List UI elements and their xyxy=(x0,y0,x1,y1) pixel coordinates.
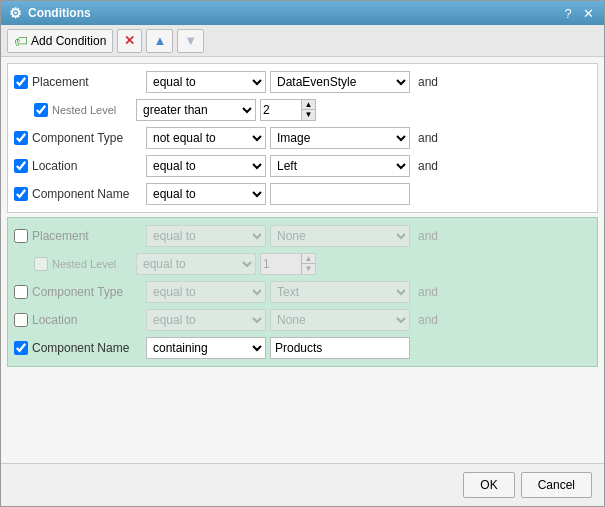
component-type1-and: and xyxy=(418,131,438,145)
location2-row: Location equal to None and xyxy=(14,308,591,332)
component-name2-label: Component Name xyxy=(32,341,142,355)
placement1-label: Placement xyxy=(32,75,142,89)
component-name2-row: Component Name equal to not equal to con… xyxy=(14,336,591,360)
location1-row: Location equal to not equal to Left Righ… xyxy=(14,154,591,178)
spinner-btns: ▲ ▼ xyxy=(301,100,315,120)
delete-condition-button[interactable]: ✕ xyxy=(117,29,142,53)
component-type2-value: Text xyxy=(270,281,410,303)
component-type1-row: Component Type equal to not equal to con… xyxy=(14,126,591,150)
placement2-label: Placement xyxy=(32,229,142,243)
placement2-operator: equal to xyxy=(146,225,266,247)
component-type2-and: and xyxy=(418,285,438,299)
placement2-value: None xyxy=(270,225,410,247)
component-name2-checkbox[interactable] xyxy=(14,341,28,355)
placement1-row: Placement equal to not equal to containi… xyxy=(14,70,591,94)
location2-checkbox[interactable] xyxy=(14,313,28,327)
location2-operator: equal to xyxy=(146,309,266,331)
component-type2-operator: equal to xyxy=(146,281,266,303)
nested-level1-operator[interactable]: equal to not equal to greater than less … xyxy=(136,99,256,121)
component-type1-checkbox[interactable] xyxy=(14,131,28,145)
cancel-button[interactable]: Cancel xyxy=(521,472,592,498)
component-type1-label: Component Type xyxy=(32,131,142,145)
add-icon: 🏷 xyxy=(14,33,28,49)
location1-value[interactable]: Left Right None xyxy=(270,155,410,177)
up-arrow-icon: ▲ xyxy=(153,33,166,48)
component-name2-value[interactable] xyxy=(270,337,410,359)
spinner-up2: ▲ xyxy=(301,254,315,264)
location2-value: None xyxy=(270,309,410,331)
condition-group-1: Placement equal to not equal to containi… xyxy=(7,63,598,213)
nested-level2-label: Nested Level xyxy=(52,258,132,270)
conditions-dialog: ⚙ Conditions ? ✕ 🏷 Add Condition ✕ ▲ ▼ xyxy=(0,0,605,507)
ok-button[interactable]: OK xyxy=(463,472,514,498)
nested-level1-row: Nested Level equal to not equal to great… xyxy=(14,98,591,122)
component-type2-checkbox[interactable] xyxy=(14,285,28,299)
close-button[interactable]: ✕ xyxy=(580,5,596,21)
spinner-down2: ▼ xyxy=(301,264,315,274)
nested-level2-value xyxy=(261,254,301,274)
dialog-icon: ⚙ xyxy=(9,5,22,21)
nested-level1-value[interactable] xyxy=(261,100,301,120)
nested-level1-label: Nested Level xyxy=(52,104,132,116)
component-name1-row: Component Name equal to not equal to con… xyxy=(14,182,591,206)
title-bar: ⚙ Conditions ? ✕ xyxy=(1,1,604,25)
title-bar-right: ? ✕ xyxy=(560,5,596,21)
component-name2-operator[interactable]: equal to not equal to containing xyxy=(146,337,266,359)
move-down-button[interactable]: ▼ xyxy=(177,29,204,53)
down-arrow-icon: ▼ xyxy=(184,33,197,48)
component-type1-value[interactable]: Image Text None xyxy=(270,127,410,149)
location2-and: and xyxy=(418,313,438,327)
component-type1-operator[interactable]: equal to not equal to containing xyxy=(146,127,266,149)
add-condition-button[interactable]: 🏷 Add Condition xyxy=(7,29,113,53)
location1-and: and xyxy=(418,159,438,173)
nested-level2-operator: equal to xyxy=(136,253,256,275)
toolbar: 🏷 Add Condition ✕ ▲ ▼ xyxy=(1,25,604,57)
help-button[interactable]: ? xyxy=(560,5,576,21)
footer: OK Cancel xyxy=(1,463,604,506)
component-name1-value[interactable] xyxy=(270,183,410,205)
add-condition-label: Add Condition xyxy=(31,34,106,48)
nested-level2-row: Nested Level equal to ▲ ▼ xyxy=(14,252,591,276)
placement1-and: and xyxy=(418,75,438,89)
location2-label: Location xyxy=(32,313,142,327)
nested-level2-value-wrapper: ▲ ▼ xyxy=(260,253,316,275)
placement2-row: Placement equal to None and xyxy=(14,224,591,248)
placement2-and: and xyxy=(418,229,438,243)
move-up-button[interactable]: ▲ xyxy=(146,29,173,53)
location1-operator[interactable]: equal to not equal to xyxy=(146,155,266,177)
location1-label: Location xyxy=(32,159,142,173)
component-name1-label: Component Name xyxy=(32,187,142,201)
dialog-title: Conditions xyxy=(28,6,91,20)
nested-level2-checkbox xyxy=(34,257,48,271)
placement2-checkbox[interactable] xyxy=(14,229,28,243)
component-type2-label: Component Type xyxy=(32,285,142,299)
nested-level1-checkbox[interactable] xyxy=(34,103,48,117)
title-bar-left: ⚙ Conditions xyxy=(9,5,91,21)
delete-icon: ✕ xyxy=(124,33,135,48)
component-name1-checkbox[interactable] xyxy=(14,187,28,201)
condition-group-2: Placement equal to None and Nested Level… xyxy=(7,217,598,367)
component-name1-operator[interactable]: equal to not equal to containing xyxy=(146,183,266,205)
spinner-down[interactable]: ▼ xyxy=(301,110,315,120)
main-content: Placement equal to not equal to containi… xyxy=(1,57,604,463)
spinner-up[interactable]: ▲ xyxy=(301,100,315,110)
spinner-btns2: ▲ ▼ xyxy=(301,254,315,274)
placement1-operator[interactable]: equal to not equal to containing greater… xyxy=(146,71,266,93)
placement1-value[interactable]: DataEvenStyle None xyxy=(270,71,410,93)
nested-level1-value-wrapper: ▲ ▼ xyxy=(260,99,316,121)
component-type2-row: Component Type equal to Text and xyxy=(14,280,591,304)
placement1-checkbox[interactable] xyxy=(14,75,28,89)
location1-checkbox[interactable] xyxy=(14,159,28,173)
